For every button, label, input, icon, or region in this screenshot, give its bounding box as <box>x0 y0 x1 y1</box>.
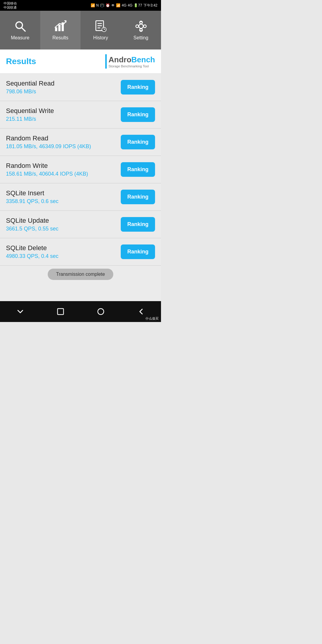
result-value: 158.61 MB/s, 40604.4 IOPS (4KB) <box>6 171 121 177</box>
result-value: 181.05 MB/s, 46349.09 IOPS (4KB) <box>6 143 121 150</box>
result-value: 3358.91 QPS, 0.6 sec <box>6 198 121 205</box>
result-name: SQLite Insert <box>6 189 121 197</box>
svg-point-13 <box>143 25 146 27</box>
svg-point-14 <box>136 25 138 27</box>
carrier-info: 中国移动 中国联通 <box>4 1 17 10</box>
tab-measure-label: Measure <box>11 35 29 41</box>
bottom-wrapper: 什么值买 <box>0 301 161 322</box>
tab-results-label: Results <box>52 35 68 41</box>
result-item-sequential-read: Sequential Read 798.06 MB/s Ranking <box>0 74 161 101</box>
svg-line-1 <box>21 28 25 31</box>
result-item-random-write: Random Write 158.61 MB/s, 40604.4 IOPS (… <box>0 156 161 183</box>
ranking-btn-sqlite-update[interactable]: Ranking <box>121 217 155 232</box>
vibrate-icon: 📳 <box>100 3 104 7</box>
result-item-random-read: Random Read 181.05 MB/s, 46349.09 IOPS (… <box>0 129 161 156</box>
result-name: SQLite Update <box>6 217 121 225</box>
result-name: Sequential Write <box>6 107 121 115</box>
measure-icon <box>14 20 27 33</box>
result-value: 215.11 MB/s <box>6 116 121 122</box>
toast-container: Transmission complete <box>0 266 161 285</box>
results-list: Sequential Read 798.06 MB/s Ranking Sequ… <box>0 74 161 301</box>
result-info: Sequential Write 215.11 MB/s <box>6 107 121 122</box>
ranking-btn-seq-write[interactable]: Ranking <box>121 107 155 122</box>
page-header: Results AndroBench Storage Benchmarking … <box>0 49 161 74</box>
result-name: Random Read <box>6 134 121 142</box>
tab-setting[interactable]: Setting <box>121 11 161 49</box>
signal1-icon: 4G <box>122 3 126 7</box>
time: 下午3:42 <box>143 3 157 8</box>
back-icon <box>137 307 145 316</box>
result-info: SQLite Update 3661.5 QPS, 0.55 sec <box>6 217 121 232</box>
history-icon <box>94 20 107 33</box>
logo-bar <box>105 54 107 69</box>
toast-message: Transmission complete <box>48 269 113 280</box>
ranking-btn-rand-write[interactable]: Ranking <box>121 162 155 177</box>
result-name: SQLite Delete <box>6 244 121 252</box>
result-info: Random Read 181.05 MB/s, 46349.09 IOPS (… <box>6 134 121 150</box>
svg-point-15 <box>140 29 142 31</box>
svg-point-12 <box>139 24 143 29</box>
ranking-btn-sqlite-delete[interactable]: Ranking <box>121 244 155 259</box>
nav-recent-button[interactable] <box>53 304 68 319</box>
logo-text: AndroBench Storage Benchmarking Tool <box>109 55 155 68</box>
setting-icon <box>134 20 148 33</box>
wifi-icon: 📶 <box>116 3 120 7</box>
result-item-sqlite-insert: SQLite Insert 3358.91 QPS, 0.6 sec Ranki… <box>0 183 161 211</box>
result-info: SQLite Insert 3358.91 QPS, 0.6 sec <box>6 189 121 205</box>
home-icon <box>97 307 105 316</box>
result-name: Sequential Read <box>6 80 121 87</box>
status-right: 📶 N 📳 ⏰ 👁 📶 4G 4G 🔋77 下午3:42 <box>91 3 157 8</box>
logo: AndroBench Storage Benchmarking Tool <box>105 54 155 69</box>
ranking-btn-sqlite-insert[interactable]: Ranking <box>121 190 155 204</box>
nav-home-button[interactable] <box>93 304 108 319</box>
result-item-sequential-write: Sequential Write 215.11 MB/s Ranking <box>0 101 161 129</box>
recent-apps-icon <box>57 308 64 315</box>
result-value: 3661.5 QPS, 0.55 sec <box>6 226 121 232</box>
svg-point-18 <box>98 309 104 315</box>
logo-name: AndroBench <box>109 55 155 64</box>
logo-sub: Storage Benchmarking Tool <box>109 64 149 68</box>
result-item-sqlite-delete: SQLite Delete 4980.33 QPS, 0.4 sec Ranki… <box>0 238 161 266</box>
battery-icon: 🔋77 <box>134 3 142 7</box>
svg-rect-3 <box>58 25 60 31</box>
result-name: Random Write <box>6 162 121 170</box>
nav-tabs: Measure Results History <box>0 11 161 49</box>
page-title: Results <box>6 57 36 66</box>
result-value: 4980.33 QPS, 0.4 sec <box>6 253 121 259</box>
tab-history-label: History <box>93 35 108 41</box>
tab-measure[interactable]: Measure <box>0 11 40 49</box>
tab-results[interactable]: Results <box>40 11 80 49</box>
eye-icon: 👁 <box>111 3 115 7</box>
carrier2: 中国联通 <box>4 5 17 10</box>
bluetooth-icon: 📶 <box>91 3 95 7</box>
nav-down-button[interactable] <box>13 304 28 319</box>
watermark: 什么值买 <box>145 316 159 321</box>
result-item-sqlite-update: SQLite Update 3661.5 QPS, 0.55 sec Ranki… <box>0 211 161 238</box>
tab-history[interactable]: History <box>80 11 121 49</box>
bottom-nav <box>0 301 161 322</box>
result-value: 798.06 MB/s <box>6 89 121 95</box>
results-icon <box>54 20 67 33</box>
ranking-btn-seq-read[interactable]: Ranking <box>121 80 155 95</box>
result-info: Random Write 158.61 MB/s, 40604.4 IOPS (… <box>6 162 121 177</box>
tab-setting-label: Setting <box>134 35 148 41</box>
result-info: SQLite Delete 4980.33 QPS, 0.4 sec <box>6 244 121 259</box>
result-info: Sequential Read 798.06 MB/s <box>6 80 121 95</box>
alarm-icon: ⏰ <box>106 3 110 7</box>
signal2-icon: 4G <box>128 3 132 7</box>
nfc-icon: N <box>96 3 99 7</box>
svg-rect-2 <box>55 27 57 31</box>
status-bar: 中国移动 中国联通 📶 N 📳 ⏰ 👁 📶 4G 4G 🔋77 下午3:42 <box>0 0 161 11</box>
chevron-down-icon <box>16 307 24 316</box>
carrier1: 中国移动 <box>4 1 17 5</box>
ranking-btn-rand-read[interactable]: Ranking <box>121 135 155 149</box>
svg-rect-17 <box>58 309 64 315</box>
